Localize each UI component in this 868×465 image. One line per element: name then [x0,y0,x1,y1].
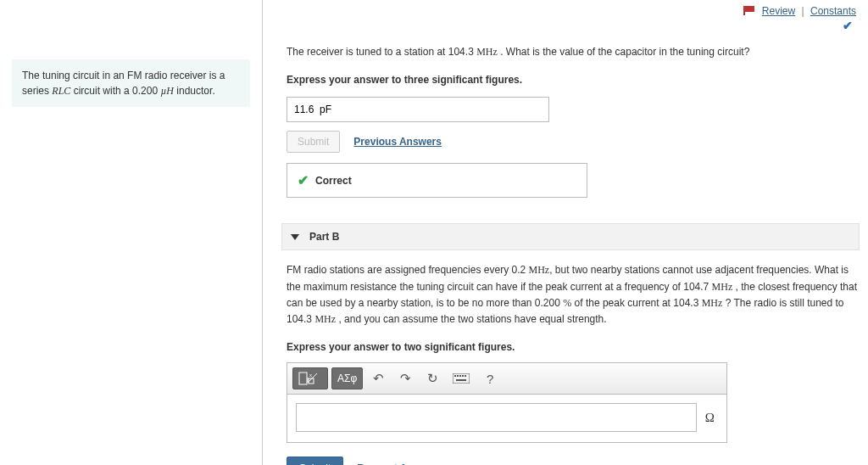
partA-q1: The receiver is tuned to a station at 10… [287,46,476,58]
top-bar: Review | Constants [287,0,860,19]
svg-rect-8 [454,375,456,377]
template-tool-button[interactable]: x [292,367,328,389]
feedback-box: ✔ Correct [287,163,587,198]
partB-instruction: Express your answer to two significant f… [287,339,860,356]
mhz3: MHz [702,297,723,309]
svg-rect-7 [453,373,470,384]
undo-icon[interactable]: ↶ [366,367,390,389]
partA-question: The receiver is tuned to a station at 10… [287,44,860,60]
svg-rect-11 [462,375,464,377]
svg-rect-9 [457,375,459,377]
partA-answer-input[interactable] [287,97,549,122]
separator: | [802,5,804,17]
previous-answers-link[interactable]: Previous Answers [353,136,442,148]
svg-rect-0 [743,6,745,15]
svg-rect-1 [745,6,754,12]
mhz1: MHz [528,264,549,276]
intro-rlc: RLC [52,85,70,97]
partA-q2: . What is the value of the capacitor in … [498,46,750,58]
submit-button[interactable]: Submit [287,457,343,465]
partB-button-row: Submit Request Answer [287,457,860,465]
partB-q1: FM radio stations are assigned frequenci… [287,264,528,276]
partB-question: FM radio stations are assigned frequenci… [287,262,860,328]
mhz2: MHz [712,281,733,293]
intro-unit: µH [160,85,174,97]
partB-header[interactable]: Part B [281,223,860,250]
partB-title: Part B [309,231,339,243]
check-icon: ✔ [298,172,309,188]
mhz4: MHz [314,313,336,325]
partB-answer-input[interactable] [296,403,697,432]
partB-q6: , and you can assume the two stations ha… [336,313,607,325]
svg-rect-2 [299,373,307,384]
intro-b: circuit with a 0.200 [70,85,160,97]
svg-rect-13 [456,379,466,381]
flag-icon[interactable] [743,6,755,15]
greek-tool-button[interactable]: ΑΣφ [331,367,363,389]
partA-button-row: Submit Previous Answers [287,131,860,153]
constants-link[interactable]: Constants [810,5,856,17]
svg-text:x: x [309,373,312,378]
pct: % [563,297,571,309]
svg-rect-10 [459,375,461,377]
review-link[interactable]: Review [762,5,795,17]
feedback-text: Correct [315,175,352,187]
partA-instruction: Express your answer to three significant… [287,72,860,88]
redo-icon[interactable]: ↷ [393,367,417,389]
submit-button-disabled: Submit [287,131,340,153]
equation-editor: x ΑΣφ ↶ ↷ ↻ ? Ω [287,362,727,443]
svg-rect-12 [465,375,466,377]
unit-ohm: Ω [705,411,718,425]
question-panel: Review | Constants ✔ The receiver is tun… [263,0,868,465]
keyboard-icon[interactable] [448,367,475,389]
chevron-down-icon [291,234,299,240]
intro-c: inductor. [174,85,215,97]
partA-mhz: MHz [476,46,498,58]
check-icon: ✔ [843,19,853,32]
equation-body: Ω [287,395,726,442]
status-row: ✔ [287,19,860,32]
help-icon[interactable]: ? [478,367,502,389]
partB-q4: of the peak current at 104.3 [571,297,701,309]
intro-text: The tuning circuit in an FM radio receiv… [12,59,250,107]
problem-intro-panel: The tuning circuit in an FM radio receiv… [0,0,263,465]
reset-icon[interactable]: ↻ [420,367,444,389]
equation-toolbar: x ΑΣφ ↶ ↷ ↻ ? [287,363,726,395]
